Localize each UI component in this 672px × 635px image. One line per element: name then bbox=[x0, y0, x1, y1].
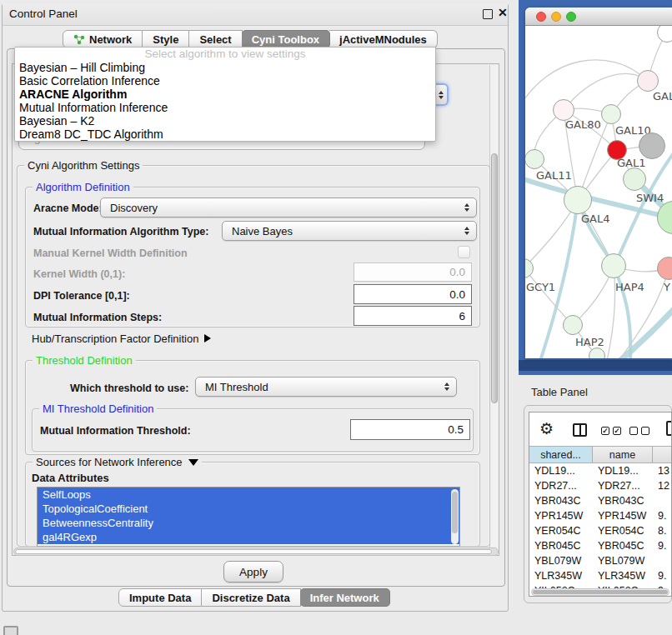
attribute-item[interactable]: BetweennessCentrality bbox=[38, 516, 459, 530]
network-node[interactable] bbox=[564, 186, 592, 214]
attribute-item[interactable]: TopologicalCoefficient bbox=[38, 502, 459, 516]
table-cell: YER054C bbox=[593, 523, 653, 538]
table-column-header[interactable]: name bbox=[593, 446, 653, 463]
tab-cyni-toolbox[interactable]: Cyni Toolbox bbox=[242, 30, 330, 48]
table-row[interactable]: YDL19...YDL19...13 bbox=[529, 463, 672, 478]
collapsed-panel-icon[interactable] bbox=[3, 626, 18, 635]
data-attributes-label: Data Attributes bbox=[32, 472, 109, 484]
algorithm-option[interactable]: ARACNE Algorithm bbox=[15, 88, 435, 101]
mi-algorithm-type-label: Mutual Information Algorithm Type: bbox=[33, 226, 208, 238]
tab-network[interactable]: Network bbox=[63, 30, 143, 48]
table-horizontal-scrollbar[interactable] bbox=[531, 588, 669, 596]
split-columns-icon[interactable] bbox=[573, 423, 587, 437]
network-window-titlebar[interactable] bbox=[525, 8, 672, 26]
network-node[interactable] bbox=[601, 104, 621, 124]
settings-horizontal-scrollbar[interactable] bbox=[13, 548, 499, 556]
table-cell: YDL19... bbox=[593, 463, 653, 478]
table-row[interactable]: YPR145WYPR145W9. bbox=[529, 508, 672, 523]
tab-infer-network[interactable]: Infer Network bbox=[300, 588, 390, 607]
network-node[interactable] bbox=[623, 168, 646, 191]
popup-hint: Select algorithm to view settings bbox=[15, 48, 435, 61]
table-row[interactable]: YLR345WYLR345W9. bbox=[529, 568, 672, 583]
bottom-tabbar: Impute Data Discretize Data Infer Networ… bbox=[118, 588, 389, 607]
network-node[interactable] bbox=[525, 149, 544, 169]
table-cell: 9. bbox=[653, 508, 672, 523]
which-threshold-combobox[interactable]: MI Threshold bbox=[195, 377, 457, 397]
field-value: 0.0 bbox=[449, 288, 465, 301]
list-scrollbar[interactable] bbox=[451, 489, 459, 544]
tab-label: Discretize Data bbox=[212, 592, 289, 604]
table-cell: YPR145W bbox=[593, 508, 653, 523]
aracne-mode-combobox[interactable]: Discovery bbox=[100, 198, 477, 218]
settings-vertical-scrollbar[interactable] bbox=[489, 65, 499, 554]
mi-algorithm-type-combobox[interactable]: Naive Bayes bbox=[222, 221, 477, 241]
tab-label: Cyni Toolbox bbox=[252, 33, 319, 46]
table-row[interactable]: YBR043CYBR043C bbox=[529, 493, 672, 508]
hub-transcription-expander[interactable]: Hub/Transcription Factor Definition bbox=[32, 332, 211, 345]
table-column-header[interactable]: shared... bbox=[529, 446, 593, 463]
expander-label: Sources for Network Inference bbox=[36, 456, 183, 468]
mi-threshold-field[interactable]: 0.5 bbox=[350, 419, 470, 440]
group-title: Algorithm Definition bbox=[33, 181, 133, 193]
table-row[interactable]: YDR27...YDR27...12 bbox=[529, 478, 672, 493]
table-row[interactable]: YER054CYER054C8. bbox=[529, 523, 672, 538]
algorithm-option[interactable]: Bayesian – K2 bbox=[15, 114, 435, 128]
table-row[interactable]: YBL079WYBL079W bbox=[529, 553, 672, 568]
close-panel-icon[interactable]: ✕ bbox=[498, 6, 508, 19]
node-label: GAL bbox=[653, 90, 672, 102]
unchecked-checkboxes-icon[interactable] bbox=[629, 427, 649, 435]
tab-label: Style bbox=[153, 33, 178, 46]
float-window-icon[interactable] bbox=[483, 9, 493, 19]
attribute-item[interactable]: SelfLoops bbox=[38, 488, 459, 502]
algorithm-option[interactable]: Basic Correlation Inference bbox=[15, 74, 435, 88]
manual-kernel-width-checkbox[interactable] bbox=[458, 246, 470, 258]
dpi-tolerance-field[interactable]: 0.0 bbox=[354, 284, 472, 304]
network-canvas[interactable]: GALGAL80GAL10GAL11GAL1SWI4GAL4GCY1HAP4YH… bbox=[525, 26, 672, 358]
attribute-item[interactable]: gal4RGexp bbox=[38, 530, 459, 544]
apply-button[interactable]: Apply bbox=[223, 561, 283, 582]
zoom-window-icon[interactable] bbox=[566, 12, 576, 22]
sources-expander[interactable]: Sources for Network Inference bbox=[33, 456, 202, 468]
table-cell: YER054C bbox=[529, 523, 593, 538]
minimize-window-icon[interactable] bbox=[551, 12, 561, 22]
tab-select[interactable]: Select bbox=[189, 30, 242, 48]
tab-discretize-data[interactable]: Discretize Data bbox=[202, 588, 300, 607]
scrollbar-thumb[interactable] bbox=[491, 153, 498, 403]
data-attributes-list[interactable]: SelfLoopsTopologicalCoefficientBetweenne… bbox=[37, 487, 460, 547]
table-cell: YBR045C bbox=[529, 538, 593, 553]
table-cell: YDR27... bbox=[529, 478, 593, 493]
algorithm-option[interactable]: Dream8 DC_TDC Algorithm bbox=[15, 128, 435, 141]
field-value: 0.5 bbox=[448, 423, 464, 436]
mi-steps-field[interactable]: 6 bbox=[354, 306, 472, 326]
node-label: GAL11 bbox=[536, 169, 572, 182]
network-node[interactable] bbox=[601, 253, 626, 278]
network-node[interactable] bbox=[637, 70, 659, 92]
combobox-value: Discovery bbox=[110, 202, 158, 214]
close-window-icon[interactable] bbox=[536, 12, 546, 22]
algorithm-option[interactable]: Mutual Information Inference bbox=[15, 101, 435, 114]
control-panel-titlebar: Control Panel ✕ bbox=[3, 3, 508, 26]
stepper-arrows-icon bbox=[439, 91, 444, 99]
scrollbar-thumb[interactable] bbox=[15, 549, 492, 554]
tab-label: Network bbox=[89, 33, 132, 46]
checked-checkboxes-icon[interactable]: ✓✓ bbox=[601, 427, 621, 435]
group-title: Cyni Algorithm Settings bbox=[24, 159, 143, 172]
combobox-value: Naive Bayes bbox=[232, 225, 293, 238]
scrollbar-thumb[interactable] bbox=[533, 590, 668, 594]
network-node[interactable] bbox=[563, 315, 583, 335]
algorithm-option[interactable]: Bayesian – Hill Climbing bbox=[15, 61, 435, 74]
group-title: MI Threshold Definition bbox=[39, 402, 157, 415]
network-node[interactable] bbox=[589, 348, 605, 358]
table-row[interactable]: YBR045CYBR045C9. bbox=[529, 538, 672, 553]
tab-impute-data[interactable]: Impute Data bbox=[118, 588, 202, 607]
kernel-width-label: Kernel Width (0,1): bbox=[33, 268, 125, 280]
scrollbar-thumb[interactable] bbox=[452, 492, 458, 533]
gear-icon[interactable]: ⚙ bbox=[539, 419, 554, 438]
page-icon[interactable] bbox=[666, 421, 672, 436]
group-title: Threshold Definition bbox=[33, 354, 136, 367]
table-column-header[interactable] bbox=[653, 446, 672, 463]
collapsed-arrow-icon bbox=[204, 334, 211, 342]
tab-jactivemnodules[interactable]: jActiveMNodules bbox=[329, 30, 438, 48]
tab-style[interactable]: Style bbox=[143, 30, 189, 48]
network-node[interactable] bbox=[639, 132, 665, 159]
